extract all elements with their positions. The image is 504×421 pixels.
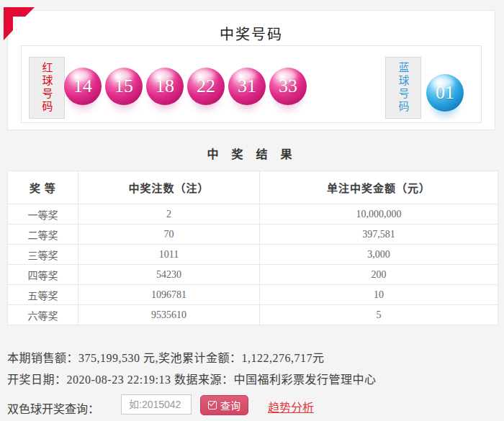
amount-cell: 3,000 <box>260 245 498 265</box>
table-row: 六等奖95356105 <box>8 305 498 325</box>
red-ball-section-label: 红球号码 <box>29 57 65 119</box>
amount-cell: 10 <box>260 285 498 305</box>
prize-level-cell: 二等奖 <box>8 225 78 245</box>
table-row: 四等奖54230200 <box>8 265 498 285</box>
count-cell: 54230 <box>78 265 260 285</box>
red-ball: 22 <box>187 68 225 105</box>
red-ball-number: 18 <box>156 76 174 97</box>
red-ball: 33 <box>269 68 307 105</box>
count-cell: 1011 <box>78 245 260 265</box>
trend-analysis-link[interactable]: 趋势分析 <box>268 398 314 415</box>
red-ball-number: 31 <box>238 76 256 97</box>
winning-numbers-panel: 中奖号码 红球号码 141518223133 蓝球号码 01 <box>7 10 495 130</box>
query-button-label: 查询 <box>220 398 240 412</box>
prize-level-cell: 一等奖 <box>8 204 78 225</box>
prize-level-cell: 三等奖 <box>8 245 78 265</box>
red-ball: 31 <box>228 68 266 105</box>
table-row: 三等奖10113,000 <box>8 245 498 265</box>
red-ball: 14 <box>64 68 102 105</box>
amount-cell: 10,000,000 <box>260 204 498 225</box>
count-cell: 1096781 <box>78 285 260 305</box>
query-label: 双色球开奖查询： <box>7 399 99 417</box>
count-cell: 9535610 <box>78 305 260 325</box>
red-ball: 18 <box>146 68 184 105</box>
red-ball-number: 14 <box>73 76 92 97</box>
column-header-level: 奖 等 <box>8 171 78 204</box>
draw-date-text: 开奖日期：2020-08-23 22:19:13 数据来源：中国福利彩票发行管理… <box>7 370 377 387</box>
sales-summary-text: 本期销售额：375,199,530 元,奖池累计金额：1,122,276,717… <box>7 348 325 366</box>
prize-level-cell: 六等奖 <box>8 305 78 325</box>
prize-level-cell: 五等奖 <box>8 285 78 305</box>
query-button[interactable]: 查询 <box>200 395 248 415</box>
amount-cell: 200 <box>260 265 498 285</box>
winning-numbers-title: 中奖号码 <box>8 23 495 44</box>
prize-level-cell: 四等奖 <box>8 265 78 285</box>
table-header-row: 奖 等 中奖注数（注） 单注中奖金额（元） <box>8 171 498 204</box>
blue-ball-number: 01 <box>436 82 454 104</box>
results-title: 中 奖 结 果 <box>0 145 504 162</box>
column-header-amount: 单注中奖金额（元） <box>260 171 498 204</box>
count-cell: 70 <box>78 225 260 245</box>
checkbox-icon <box>208 401 217 409</box>
red-ball-number: 15 <box>114 76 133 97</box>
column-header-count: 中奖注数（注） <box>78 171 260 204</box>
amount-cell: 5 <box>260 305 498 325</box>
amount-cell: 397,581 <box>260 225 498 245</box>
issue-number-input[interactable] <box>121 394 192 415</box>
results-table: 奖 等 中奖注数（注） 单注中奖金额（元） 一等奖210,000,000二等奖7… <box>7 171 498 325</box>
blue-ball: 01 <box>426 74 464 112</box>
table-row: 二等奖70397,581 <box>8 225 498 245</box>
balls-box: 红球号码 141518223133 蓝球号码 01 <box>21 45 482 123</box>
blue-ball-section-label: 蓝球号码 <box>385 57 421 119</box>
lottery-result-page: 中奖号码 红球号码 141518223133 蓝球号码 01 中 奖 结 果 奖… <box>0 0 504 421</box>
red-ball-number: 22 <box>197 76 215 97</box>
table-row: 一等奖210,000,000 <box>8 204 498 225</box>
red-balls-group: 141518223133 <box>64 68 307 105</box>
red-ball: 15 <box>105 68 143 105</box>
count-cell: 2 <box>78 204 260 225</box>
table-row: 五等奖109678110 <box>8 285 498 305</box>
blue-ball-group: 01 <box>426 74 464 112</box>
red-ball-number: 33 <box>279 76 297 97</box>
